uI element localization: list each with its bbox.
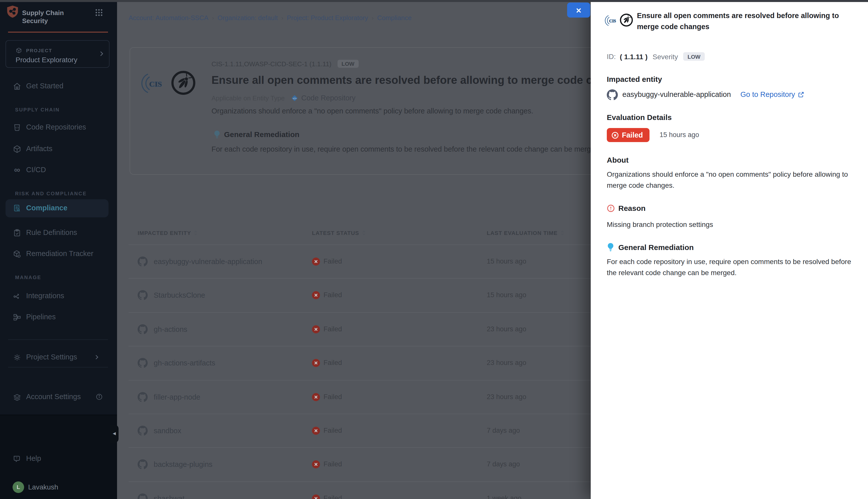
user-name: Lavakush (28, 483, 58, 491)
column-header-latest-status[interactable]: LATEST STATUS (312, 229, 366, 236)
brand-shield-icon (6, 5, 19, 19)
sidebar-item-label: Pipelines (26, 313, 56, 321)
divider (8, 339, 108, 340)
app-window: Supply Chain Security PROJECT Product Ex… (0, 0, 868, 499)
alert-circle-icon (607, 204, 615, 212)
table-row[interactable]: easybuggy-vulnerable-application Failed … (129, 244, 591, 278)
sort-icon (194, 229, 198, 236)
sidebar-item-rule-definitions[interactable]: Rule Definitions (0, 224, 117, 242)
entity-name: backstage-plugins (154, 461, 213, 468)
column-header-last-evaluation-time[interactable]: LAST EVALUATION TIME (487, 229, 565, 236)
breadcrumb: Account: Automation-SSCA›Organization: d… (129, 14, 412, 22)
sidebar-item-project-settings[interactable]: Project Settings (0, 349, 117, 366)
top-strip (0, 0, 868, 2)
sidebar-item-cicd[interactable]: ∞ CI/CD (0, 162, 117, 179)
app-grid-icon[interactable] (94, 8, 104, 17)
severity-badge: LOW (338, 60, 358, 68)
sidebar-item-label: Integrations (26, 292, 64, 300)
sidebar-item-label: Account Settings (26, 392, 81, 401)
column-header-impacted-entity[interactable]: IMPACTED ENTITY (137, 229, 198, 236)
github-icon (137, 290, 148, 301)
table-row[interactable]: filler-app-node Failed 23 hours ago (129, 380, 591, 414)
sidebar-item-account-settings[interactable]: Account Settings (0, 389, 117, 406)
remediation-text: For each code repository in use, require… (212, 145, 591, 153)
chevron-right-icon (94, 354, 100, 361)
sidebar-item-label: CI/CD (26, 166, 46, 174)
breadcrumb-separator: › (281, 14, 283, 22)
close-drawer-button[interactable]: ✕ (567, 2, 590, 17)
breadcrumb-compliance[interactable]: Compliance (377, 14, 412, 22)
failed-status-pill: Failed (607, 128, 650, 142)
sidebar-item-code-repositories[interactable]: </> Code Repositories (0, 119, 117, 136)
project-selector[interactable]: PROJECT Product Exploratory (5, 40, 109, 68)
evaluation-time: 23 hours ago (487, 359, 527, 366)
chevron-right-icon (98, 50, 105, 57)
sidebar-item-get-started[interactable]: Get Started (0, 78, 117, 95)
sidebar-item-label: Remediation Tracker (26, 250, 94, 257)
sort-icon (362, 229, 366, 236)
evaluation-time: 7 days ago (487, 427, 520, 434)
failed-status-icon (312, 359, 320, 367)
sidebar-item-label: Compliance (26, 204, 67, 212)
table-row[interactable]: sandbox Failed 7 days ago (129, 414, 591, 448)
breadcrumb-organization[interactable]: Organization: default (217, 14, 278, 22)
github-icon (607, 89, 618, 100)
breadcrumb-project[interactable]: Project: Product Exploratory (287, 14, 368, 22)
table-row[interactable]: gh-actions-artifacts Failed 23 hours ago (129, 346, 591, 380)
table-row[interactable]: backstage-plugins Failed 7 days ago (129, 448, 591, 482)
cube-icon (13, 145, 22, 154)
lightbulb-icon (214, 130, 220, 139)
user-menu[interactable]: L Lavakush (0, 487, 117, 499)
entity-type-icon: </> (291, 94, 298, 102)
impacted-entity-name: easybuggy-vulnerable-application (622, 90, 731, 98)
applicable-label: Applicable on Entity Type (212, 94, 285, 102)
entity-type-name: Code Repository (301, 94, 355, 102)
section-header-supply-chain: SUPPLY CHAIN (15, 107, 60, 114)
status-label: Failed (324, 393, 342, 400)
table-row[interactable]: shashwat Failed 1 week ago (129, 481, 591, 499)
sidebar-item-pipelines[interactable]: Pipelines (0, 309, 117, 326)
github-icon (137, 426, 148, 436)
id-severity-row: ID:( 1.1.11 )SeverityLOW (607, 52, 705, 62)
sidebar-item-remediation-tracker[interactable]: Remediation Tracker (0, 245, 117, 263)
table-row[interactable]: gh-actions Failed 23 hours ago (129, 312, 591, 346)
impacted-entity-heading: Impacted entity (607, 75, 662, 83)
sidebar-item-help[interactable]: ? Help (0, 450, 117, 467)
external-link-icon (798, 92, 804, 98)
rule-id-row: CIS-1.1.11,OWASP-CICD-SEC-1 (1.1.11)LOW (212, 60, 358, 70)
evaluation-time: 1 week ago (487, 494, 521, 499)
app-title: Supply Chain Security (22, 9, 82, 25)
sidebar-collapse-button[interactable]: ◀ (110, 425, 119, 443)
general-remediation-heading: General Remediation (607, 242, 694, 252)
svg-text:</>: </> (293, 97, 297, 100)
sidebar-item-integrations[interactable]: Integrations (0, 288, 117, 305)
github-icon (137, 392, 148, 402)
cis-logo (605, 14, 618, 28)
clipboard-check-icon (13, 228, 22, 238)
failed-status-icon (312, 257, 320, 266)
evaluation-time: 23 hours ago (487, 325, 527, 333)
layers-gear-icon (13, 392, 22, 402)
failed-status-icon (312, 461, 320, 468)
sidebar-item-artifacts[interactable]: Artifacts (0, 141, 117, 158)
evaluation-details-heading: Evaluation Details (607, 113, 672, 121)
go-to-repository-link[interactable]: Go to Repository (740, 90, 804, 98)
sidebar-item-label: Project Settings (26, 353, 77, 361)
evaluation-time: 7 days ago (487, 461, 520, 468)
sidebar-item-compliance[interactable]: Compliance (5, 199, 108, 217)
id-value: ( 1.1.11 ) (620, 52, 648, 61)
box-wrench-icon (13, 250, 22, 258)
status-label: Failed (324, 257, 342, 265)
remediation-heading-text: General Remediation (224, 130, 299, 138)
lightbulb-icon (607, 242, 614, 252)
about-text: Organizations should enforce a "no open … (607, 169, 858, 191)
divider (8, 367, 108, 367)
owasp-logo (619, 13, 634, 27)
breadcrumb-account[interactable]: Account: Automation-SSCA (129, 14, 208, 22)
about-heading: About (607, 156, 629, 164)
table-row[interactable]: StarbucksClone Failed 15 hours ago (129, 278, 591, 312)
github-icon (137, 358, 148, 368)
owasp-logo (170, 70, 196, 96)
svg-text:</>: </> (15, 126, 19, 129)
project-cube-icon (15, 47, 22, 54)
